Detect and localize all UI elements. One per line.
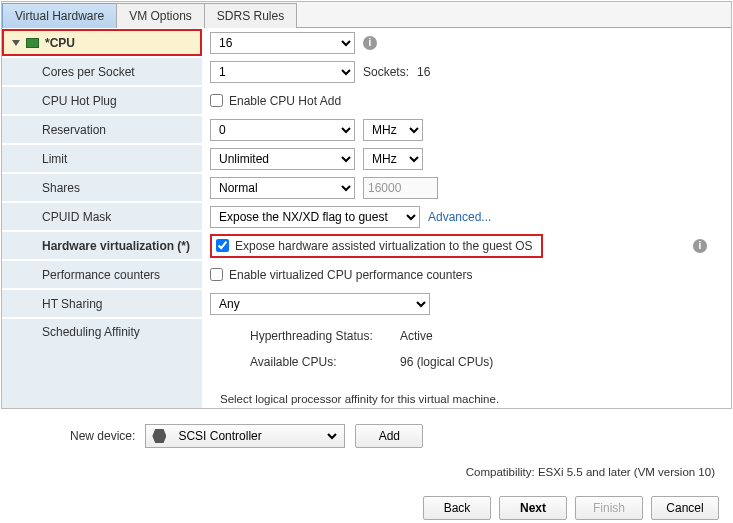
ht-status-value: Active <box>400 329 433 343</box>
hv-expose-checkbox-wrap[interactable]: Expose hardware assisted virtualization … <box>216 239 533 253</box>
cores-per-socket-row: Cores per Socket 1 Sockets: 16 <box>2 57 731 86</box>
info-icon[interactable]: i <box>363 36 377 50</box>
hv-expose-text: Expose hardware assisted virtualization … <box>235 239 533 253</box>
next-button[interactable]: Next <box>499 496 567 520</box>
expand-icon[interactable] <box>12 40 20 46</box>
performance-counters-label: Performance counters <box>2 261 202 288</box>
tab-vm-options[interactable]: VM Options <box>116 3 205 28</box>
cpu-hot-add-checkbox[interactable] <box>210 94 223 107</box>
perf-counters-checkbox-wrap[interactable]: Enable virtualized CPU performance count… <box>210 268 472 282</box>
cpu-count-select[interactable]: 16 <box>210 32 355 54</box>
cpu-hot-plug-row: CPU Hot Plug Enable CPU Hot Add <box>2 86 731 115</box>
ht-sharing-row: HT Sharing Any <box>2 289 731 318</box>
hardware-virtualization-row: Hardware virtualization (*) Expose hardw… <box>2 231 731 260</box>
ht-status-label: Hyperthreading Status: <box>250 329 400 343</box>
cpuid-mask-label: CPUID Mask <box>2 203 202 230</box>
reservation-label: Reservation <box>2 116 202 143</box>
cpu-hot-add-text: Enable CPU Hot Add <box>229 94 341 108</box>
device-icon <box>152 429 166 443</box>
scheduling-affinity-row: Scheduling Affinity Hyperthreading Statu… <box>2 318 731 408</box>
hardware-virtualization-label: Hardware virtualization (*) <box>2 232 202 259</box>
settings-body: *CPU 16 i Cores per Socket 1 Sockets: 16… <box>2 28 731 408</box>
ht-sharing-select[interactable]: Any <box>210 293 430 315</box>
performance-counters-row: Performance counters Enable virtualized … <box>2 260 731 289</box>
shares-row: Shares Normal <box>2 173 731 202</box>
back-button[interactable]: Back <box>423 496 491 520</box>
tab-sdrs-rules[interactable]: SDRS Rules <box>204 3 297 28</box>
cores-per-socket-select[interactable]: 1 <box>210 61 355 83</box>
reservation-unit-select[interactable]: MHz <box>363 119 423 141</box>
tab-strip: Virtual Hardware VM Options SDRS Rules <box>2 2 731 28</box>
sockets-value: 16 <box>417 65 430 79</box>
cpu-section-header[interactable]: *CPU 16 i <box>2 28 731 57</box>
sockets-label: Sockets: <box>363 65 409 79</box>
limit-row: Limit Unlimited MHz <box>2 144 731 173</box>
cpu-hot-plug-label: CPU Hot Plug <box>2 87 202 114</box>
new-device-label: New device: <box>70 429 135 443</box>
affinity-help-1: Select logical processor affinity for th… <box>220 391 640 408</box>
footer: New device: SCSI Controller Add Compatib… <box>0 410 733 523</box>
ht-sharing-label: HT Sharing <box>2 290 202 317</box>
cpuid-mask-row: CPUID Mask Expose the NX/XD flag to gues… <box>2 202 731 231</box>
cpu-icon <box>26 38 39 48</box>
cpu-header-label: *CPU <box>45 36 75 50</box>
cpu-hot-add-checkbox-wrap[interactable]: Enable CPU Hot Add <box>210 94 341 108</box>
finish-button: Finish <box>575 496 643 520</box>
reservation-row: Reservation 0 MHz <box>2 115 731 144</box>
tab-virtual-hardware[interactable]: Virtual Hardware <box>2 3 117 28</box>
shares-select[interactable]: Normal <box>210 177 355 199</box>
shares-value-input <box>363 177 438 199</box>
scheduling-affinity-label: Scheduling Affinity <box>2 319 202 408</box>
hv-expose-checkbox[interactable] <box>216 239 229 252</box>
cores-per-socket-label: Cores per Socket <box>2 58 202 85</box>
limit-unit-select[interactable]: MHz <box>363 148 423 170</box>
cpuid-mask-select[interactable]: Expose the NX/XD flag to guest <box>210 206 420 228</box>
compatibility-text: Compatibility: ESXi 5.5 and later (VM ve… <box>10 466 723 478</box>
info-icon[interactable]: i <box>693 239 707 253</box>
cancel-button[interactable]: Cancel <box>651 496 719 520</box>
cpuid-advanced-link[interactable]: Advanced... <box>428 210 491 224</box>
limit-select[interactable]: Unlimited <box>210 148 355 170</box>
new-device-select[interactable]: SCSI Controller <box>170 425 340 447</box>
perf-counters-checkbox[interactable] <box>210 268 223 281</box>
shares-label: Shares <box>2 174 202 201</box>
add-button[interactable]: Add <box>355 424 423 448</box>
limit-label: Limit <box>2 145 202 172</box>
perf-counters-text: Enable virtualized CPU performance count… <box>229 268 472 282</box>
reservation-select[interactable]: 0 <box>210 119 355 141</box>
available-cpus-value: 96 (logical CPUs) <box>400 355 493 369</box>
available-cpus-label: Available CPUs: <box>250 355 400 369</box>
